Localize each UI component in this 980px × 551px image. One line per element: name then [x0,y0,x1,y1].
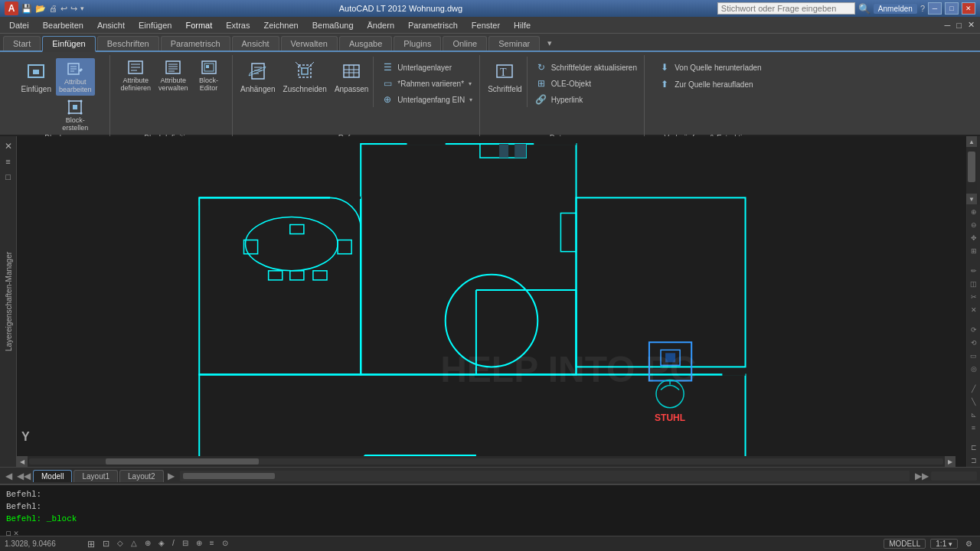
quick-print-icon[interactable]: 🖨 [49,4,57,13]
ribbon-btn-zuschneiden[interactable]: Zuschneiden [280,57,330,96]
maximize-button[interactable]: □ [945,2,959,15]
tool-btn-8[interactable]: ✕ [968,304,980,316]
status-btn-lw[interactable]: ≡ [207,539,217,549]
tool-btn-14[interactable]: ╲ [968,396,980,408]
sidebar-btn-1[interactable]: ≡ [2,155,15,168]
search-button[interactable]: 🔍 [858,3,871,15]
ribbon-btn-schriftfeld[interactable]: T Schriftfeld [485,57,524,96]
minimize-button[interactable]: ─ [928,2,942,15]
scroll-thumb-v[interactable] [968,152,975,182]
tab-einfuegen[interactable]: Einfügen [42,36,95,52]
help-button[interactable]: ? [920,4,925,13]
redo-icon[interactable]: ↪ [70,4,77,14]
bottom-tab-modell[interactable]: Modell [33,470,72,482]
tool-btn-15[interactable]: ⊾ [968,409,980,421]
scale-display[interactable]: 1:1 ▾ [930,539,958,549]
tab-ansicht[interactable]: Ansicht [232,36,279,51]
tool-btn-3[interactable]: ✥ [968,232,980,244]
bottom-scroll-thumb[interactable] [183,473,275,479]
tool-btn-10[interactable]: ⟲ [968,337,980,349]
tab-start[interactable]: Start [3,36,41,51]
status-btn-polar[interactable]: △ [128,539,140,549]
menu-bearbeiten[interactable]: Bearbeiten [37,19,90,31]
tab-online[interactable]: Online [443,36,487,51]
tool-btn-5[interactable]: ✏ [968,265,980,277]
rahmen-dropdown-icon[interactable]: ▾ [469,80,472,87]
ribbon-btn-einfuegen[interactable]: Einfügen [18,57,54,96]
scroll-thumb-h[interactable] [106,458,259,465]
sidebar-btn-2[interactable]: □ [2,170,15,184]
ribbon-item-hyperlink[interactable]: 🔗 Hyperlink [532,92,639,107]
ribbon-btn-attribute-verwalten[interactable]: Attributeverwalten [155,57,191,94]
tool-btn-1[interactable]: ⊕ [968,206,980,218]
tool-btn-12[interactable]: ◎ [968,363,980,375]
tool-btn-16[interactable]: ≡ [968,422,980,434]
tool-btn-13[interactable]: ╱ [968,383,980,395]
status-btn-snap[interactable]: ⊞ [84,539,98,549]
vertical-scrollbar[interactable]: ▲ ▼ [966,136,977,204]
login-button[interactable]: Anmelden [874,4,917,14]
tab-ausgabe[interactable]: Ausgabe [339,36,392,51]
horizontal-scrollbar[interactable]: ◀ ▶ [17,456,956,467]
ribbon-btn-anhaengen[interactable]: Anhängen [237,57,279,96]
ribbon-item-zur-quelle-heraufladen[interactable]: ⬆ Zur Quelle heraufladen [655,77,755,92]
sidebar-close-btn[interactable]: ✕ [2,139,15,153]
tab-plugins[interactable]: Plugins [394,36,441,51]
undo-icon[interactable]: ↩ [60,4,67,14]
model-label[interactable]: MODELL [884,539,926,549]
menu-hilfe[interactable]: Hilfe [508,19,537,31]
tab-extra-dropdown[interactable]: ▾ [541,36,558,51]
ribbon-btn-anpassen[interactable]: Anpassen [332,57,371,96]
bottom-tab-layout1[interactable]: Layout1 [74,470,118,482]
tool-btn-7[interactable]: ✂ [968,291,980,303]
doc-minimize[interactable]: ─ [942,21,953,30]
ribbon-btn-attribut-bearbeiten[interactable]: Attributbearbeiten [56,58,95,96]
tool-btn-17[interactable]: ⊏ [968,442,980,454]
scroll-right-btn[interactable]: ▶ [945,456,956,467]
doc-maximize[interactable]: □ [954,21,964,30]
app-logo[interactable]: A [5,2,18,15]
tool-btn-11[interactable]: ▭ [968,350,980,362]
ribbon-item-rahmen-variieren[interactable]: ▭ *Rahmen variieren* ▾ [378,76,475,91]
menu-zeichnen[interactable]: Zeichnen [257,19,304,31]
ribbon-btn-block-editor[interactable]: Block-Editor [193,57,225,94]
ribbon-item-schriftfelder-aktualisieren[interactable]: ↻ Schriftfelder aktualisieren [532,60,639,75]
status-btn-grid[interactable]: ⊡ [100,539,113,549]
tab-beschriften[interactable]: Beschriften [97,36,159,51]
tab-verwalten[interactable]: Verwalten [281,36,338,51]
ribbon-item-ole-objekt[interactable]: ⊞ OLE-Objekt [532,76,639,91]
ribbon-item-unterlagenfang[interactable]: ⊕ Unterlagenfang EIN ▾ [378,92,475,107]
status-btn-tpmode[interactable]: ⊙ [219,539,231,549]
search-input[interactable] [717,2,855,15]
scroll-up-btn[interactable]: ▲ [966,136,977,147]
tab-nav-first[interactable]: ◀◀ [15,471,33,481]
tab-seminar[interactable]: Seminar [488,36,540,51]
menu-einfuegen[interactable]: Einfügen [132,19,178,31]
status-btn-otrack[interactable]: / [169,539,178,549]
canvas-area[interactable]: HELP INTO PC Y [17,136,966,467]
scroll-left-btn[interactable]: ◀ [17,456,28,467]
scroll-down-btn[interactable]: ▼ [966,194,977,204]
tool-btn-9[interactable]: ⟳ [968,324,980,336]
menu-format[interactable]: Format [179,19,218,31]
tool-btn-2[interactable]: ⊖ [968,219,980,231]
tool-btn-6[interactable]: ◫ [968,278,980,290]
tool-btn-4[interactable]: ⊞ [968,245,980,257]
view-indicator[interactable] [931,471,977,481]
tab-nav-back[interactable]: ◀ [3,471,15,481]
ribbon-item-von-quelle-herunterladen[interactable]: ⬇ Von Quelle herunterladen [655,60,763,75]
quick-open-icon[interactable]: 📂 [35,4,46,14]
menu-parametrisch[interactable]: Parametrisch [402,19,464,31]
doc-close[interactable]: ✕ [965,20,977,30]
menu-aendern[interactable]: Ändern [361,19,400,31]
tab-nav-end[interactable]: ▶▶ [913,471,931,481]
status-btn-ortho[interactable]: ◇ [114,539,126,549]
menu-extras[interactable]: Extras [220,19,256,31]
tool-btn-18[interactable]: ⊐ [968,455,980,467]
menu-bemaszung[interactable]: Bemaßung [306,19,360,31]
menu-ansicht[interactable]: Ansicht [91,19,131,31]
status-gear-btn[interactable]: ⚙ [962,540,975,548]
tab-nav-fwd[interactable]: ▶ [165,471,177,481]
ribbon-item-unterlagenlayer[interactable]: ☰ Unterlagenlayer [378,60,475,75]
status-btn-3dosnap[interactable]: ◈ [155,539,168,549]
